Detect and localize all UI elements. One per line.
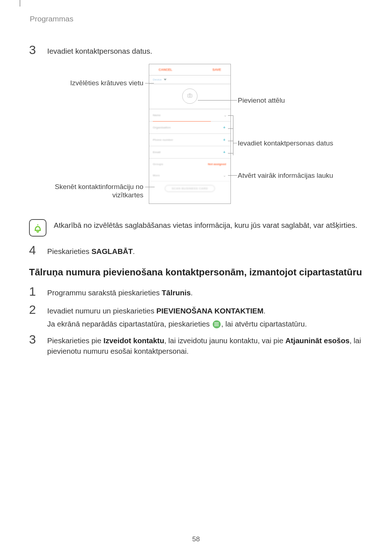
field-value: Not assigned bbox=[208, 163, 226, 166]
phone-mockup: CANCEL SAVE Device bbox=[149, 64, 231, 204]
note-text: Atkarībā no izvēlētās saglabāšanas vieta… bbox=[54, 219, 357, 231]
text: , lai atvērtu cipartastatūru. bbox=[221, 320, 307, 328]
step-text: Pieskarieties pie Izveidot kontaktu, lai… bbox=[47, 335, 363, 357]
bold: Izveidot kontaktu bbox=[103, 336, 164, 345]
step-number: 2 bbox=[29, 303, 47, 316]
text: Pieskarieties pie bbox=[47, 336, 103, 345]
svg-rect-0 bbox=[188, 94, 192, 97]
step-4: 4 Pieskarieties SAGLABĀT. bbox=[29, 245, 363, 257]
leader-line bbox=[233, 143, 237, 143]
leader-line bbox=[228, 115, 233, 116]
email-field[interactable]: Email + bbox=[149, 146, 230, 159]
step-3: 3 Ievadiet kontaktpersonas datus. bbox=[29, 45, 363, 57]
field-label: More bbox=[153, 174, 160, 177]
step-number: 3 bbox=[29, 44, 47, 56]
bold: SAGLABĀT bbox=[91, 247, 133, 255]
step-text: Ievadiet numuru un pieskarieties PIEVIEN… bbox=[47, 305, 307, 329]
chevron-down-icon: ⌄ bbox=[224, 113, 227, 118]
organisation-field[interactable]: Organisation + bbox=[149, 122, 230, 134]
callout-enter-data: Ievadiet kontaktpersonas datus bbox=[238, 139, 333, 148]
bold: Tālrunis bbox=[162, 288, 191, 297]
callout-scan: Skenēt kontaktinformāciju no vizītkartes bbox=[42, 183, 143, 200]
step-text: Ievadiet kontaktpersonas datus. bbox=[47, 45, 152, 57]
phone-field[interactable]: Phone number + bbox=[149, 134, 230, 146]
callout-line: Skenēt kontaktinformāciju no bbox=[55, 183, 143, 190]
plus-icon[interactable]: + bbox=[222, 149, 227, 155]
note: Atkarībā no izvēlētās saglabāšanas vieta… bbox=[29, 219, 363, 237]
callout-add-image: Pievienot attēlu bbox=[238, 97, 285, 105]
leader-line bbox=[228, 128, 233, 129]
bold: Atjaunināt esošos bbox=[285, 336, 350, 345]
step-number: 3 bbox=[29, 333, 47, 345]
svg-point-1 bbox=[189, 95, 191, 97]
text: Ja ekrānā neparādās cipartastatūra, pies… bbox=[47, 320, 212, 328]
callout-storage: Izvēlēties krātuves vietu bbox=[42, 79, 143, 87]
groups-field[interactable]: Groups Not assigned bbox=[149, 159, 230, 170]
storage-label: Device bbox=[153, 78, 162, 81]
keypad-icon bbox=[213, 320, 221, 328]
phone-top-bar: CANCEL SAVE bbox=[149, 64, 230, 75]
step-text: Programmu sarakstā pieskarieties Tālruni… bbox=[47, 287, 193, 298]
scan-business-card-button[interactable]: SCAN BUSINESS CARD bbox=[165, 185, 215, 192]
save-button[interactable]: SAVE bbox=[212, 68, 221, 71]
scan-row: SCAN BUSINESS CARD bbox=[149, 181, 230, 196]
field-label: Phone number bbox=[153, 138, 173, 141]
field-label: Organisation bbox=[153, 126, 171, 129]
page-header: Programmas bbox=[29, 15, 363, 23]
step-text: Pieskarieties SAGLABĀT. bbox=[47, 245, 135, 257]
phone-mockup-wrap: CANCEL SAVE Device bbox=[29, 64, 363, 209]
leader-line bbox=[145, 83, 154, 83]
more-row[interactable]: More ⌄ bbox=[149, 170, 230, 181]
bell-icon bbox=[33, 223, 43, 233]
leader-line bbox=[228, 141, 233, 141]
tab-edge bbox=[20, 0, 20, 7]
cancel-button[interactable]: CANCEL bbox=[159, 68, 172, 71]
name-field[interactable]: Name ⌄ bbox=[149, 109, 230, 122]
page-number: 58 bbox=[0, 535, 392, 543]
b-step-3: 3 Pieskarieties pie Izveidot kontaktu, l… bbox=[29, 335, 363, 357]
callout-more-fields: Atvērt vairāk informācijas lauku bbox=[238, 172, 333, 180]
storage-selector[interactable]: Device bbox=[149, 75, 230, 84]
chevron-down-icon bbox=[164, 79, 167, 81]
b-step-1: 1 Programmu sarakstā pieskarieties Tālru… bbox=[29, 287, 363, 298]
field-label: Email bbox=[153, 151, 160, 154]
field-label: Groups bbox=[153, 163, 163, 166]
leader-line bbox=[145, 187, 155, 187]
leader-line bbox=[233, 115, 233, 155]
text: Programmu sarakstā pieskarieties bbox=[47, 288, 162, 297]
leader-line bbox=[228, 153, 233, 153]
plus-icon[interactable]: + bbox=[222, 137, 227, 142]
text: Pieskarieties bbox=[47, 247, 91, 255]
note-icon-box bbox=[29, 219, 46, 237]
b-step-2: 2 Ievadiet numuru un pieskarieties PIEVI… bbox=[29, 305, 363, 329]
callout-line: vizītkartes bbox=[112, 191, 143, 199]
leader-line bbox=[228, 175, 237, 176]
section-heading: Tālruņa numura pievienošana kontaktperso… bbox=[29, 267, 363, 278]
bold: PIEVIENOŠANA KONTAKTIEM bbox=[156, 307, 264, 315]
step-number: 4 bbox=[29, 244, 47, 256]
text: Ievadiet numuru un pieskarieties bbox=[47, 307, 156, 315]
field-label: Name bbox=[153, 114, 161, 117]
chevron-down-icon: ⌄ bbox=[223, 173, 226, 178]
text: , lai izveidotu jaunu kontaktu, vai pie bbox=[164, 336, 285, 345]
add-photo-button[interactable] bbox=[182, 89, 197, 104]
avatar-zone bbox=[149, 84, 230, 109]
plus-icon[interactable]: + bbox=[222, 125, 227, 130]
step-number: 1 bbox=[29, 285, 47, 297]
camera-icon bbox=[187, 93, 193, 100]
leader-line bbox=[198, 100, 237, 100]
